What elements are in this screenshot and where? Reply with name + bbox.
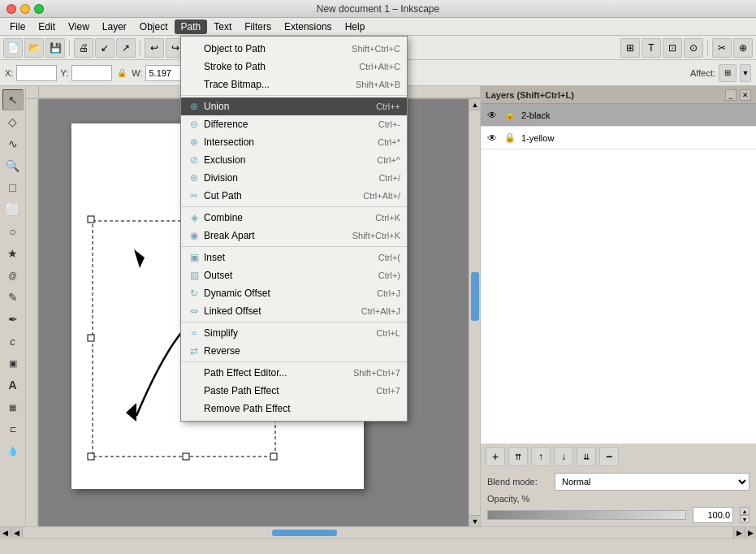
menu-item-break-apart[interactable]: ◉ Break Apart Shift+Ctrl+K: [181, 227, 407, 245]
layer-eye-2black[interactable]: 👁: [486, 109, 499, 122]
tool-spiral[interactable]: @: [2, 265, 24, 286]
path-dropdown-menu[interactable]: Object to Path Shift+Ctrl+C Stroke to Pa…: [180, 36, 408, 422]
tool-star[interactable]: ★: [2, 243, 24, 264]
tool-3dbox[interactable]: ⬜: [2, 199, 24, 220]
layer-move-bottom-btn[interactable]: ⇊: [577, 447, 596, 466]
layer-remove-btn[interactable]: −: [599, 447, 619, 466]
menu-item-trace-bitmap[interactable]: Trace Bitmap... Shift+Alt+B: [181, 76, 407, 93]
menu-item-remove-path-effect[interactable]: Remove Path Effect: [181, 400, 407, 418]
menu-text[interactable]: Text: [207, 19, 238, 34]
menu-path[interactable]: Path: [175, 19, 208, 34]
affect-btn[interactable]: ⊞: [719, 64, 737, 82]
affect-dropdown[interactable]: ▼: [740, 64, 751, 82]
transform-btn[interactable]: ⊡: [663, 38, 682, 58]
copy-btn[interactable]: ⊕: [733, 38, 753, 58]
lock-proportions-btn[interactable]: 🔒: [115, 67, 128, 80]
menu-item-division[interactable]: ⊛ Division Ctrl+/: [181, 169, 407, 187]
menu-item-paste-path-effect[interactable]: Paste Path Effect Ctrl+7: [181, 382, 407, 400]
hscroll-left-btn[interactable]: ◀: [0, 527, 11, 539]
hscroll-right2-btn[interactable]: ▶: [745, 527, 756, 539]
opacity-up-btn[interactable]: ▲: [740, 507, 750, 515]
x-input[interactable]: [16, 65, 57, 81]
menu-item-intersection[interactable]: ⊗ Intersection Ctrl+*: [181, 133, 407, 151]
menu-item-union[interactable]: ⊕ Union Ctrl++: [181, 97, 407, 115]
layer-item-1yellow[interactable]: 👁 🔒 1-yellow: [481, 127, 756, 149]
close-button[interactable]: [6, 4, 16, 14]
distribute-btn[interactable]: T: [642, 38, 661, 58]
break-apart-icon: ◉: [188, 229, 201, 242]
menu-item-object-to-path[interactable]: Object to Path Shift+Ctrl+C: [181, 40, 407, 58]
new-btn[interactable]: 📄: [3, 38, 23, 58]
hscroll-thumb[interactable]: [272, 530, 337, 536]
vscroll-up-btn[interactable]: ▲: [469, 99, 481, 110]
tool-rect[interactable]: □: [2, 177, 24, 198]
menu-item-inset[interactable]: ▣ Inset Ctrl+(: [181, 249, 407, 266]
tool-node[interactable]: ◇: [2, 111, 24, 132]
menu-extensions[interactable]: Extensions: [278, 19, 339, 34]
menu-item-cut-path[interactable]: ✂ Cut Path Ctrl+Alt+/: [181, 187, 407, 205]
menu-object[interactable]: Object: [133, 19, 175, 34]
menu-item-path-effect-editor[interactable]: Path Effect Editor... Shift+Ctrl+7: [181, 364, 407, 382]
menu-file[interactable]: File: [3, 19, 32, 34]
menu-item-dynamic-offset[interactable]: ↻ Dynamic Offset Ctrl+J: [181, 284, 407, 302]
cut-btn[interactable]: ✂: [712, 38, 732, 58]
panel-close-btn[interactable]: ✕: [740, 89, 751, 101]
layer-add-btn[interactable]: +: [486, 447, 505, 466]
tool-circle[interactable]: ○: [2, 221, 24, 242]
tool-calligraphy[interactable]: c: [2, 331, 24, 352]
menu-edit[interactable]: Edit: [32, 19, 62, 34]
import-btn[interactable]: ↙: [95, 38, 114, 58]
menu-item-simplify[interactable]: ≈ Simplify Ctrl+L: [181, 324, 407, 342]
minimize-button[interactable]: [20, 4, 30, 14]
vscroll-track[interactable]: [469, 110, 480, 515]
tool-tweak[interactable]: ∿: [2, 133, 24, 154]
xml-btn[interactable]: ⊙: [684, 38, 703, 58]
layer-move-down-btn[interactable]: ↓: [554, 447, 573, 466]
tool-bucket[interactable]: ▣: [2, 353, 24, 374]
menu-item-outset[interactable]: ▥ Outset Ctrl+): [181, 266, 407, 284]
vscrollbar[interactable]: ▲ ▼: [469, 99, 480, 526]
blend-mode-select[interactable]: Normal Multiply Screen Overlay Darken Li…: [555, 473, 750, 491]
y-input[interactable]: [71, 65, 112, 81]
menu-item-reverse[interactable]: ⇄ Reverse: [181, 342, 407, 360]
menu-filters[interactable]: Filters: [238, 19, 278, 34]
export-btn[interactable]: ↗: [116, 38, 136, 58]
vscroll-thumb[interactable]: [471, 272, 479, 321]
tool-gradient[interactable]: ▦: [2, 396, 24, 418]
opacity-down-btn[interactable]: ▼: [740, 515, 750, 523]
tool-connector[interactable]: ⊏: [2, 418, 24, 439]
menu-help[interactable]: Help: [339, 19, 372, 34]
opacity-input[interactable]: 100.0: [693, 507, 733, 523]
tool-selector[interactable]: ↖: [2, 89, 24, 110]
menu-layer[interactable]: Layer: [96, 19, 133, 34]
align-btn[interactable]: ⊞: [620, 38, 640, 58]
tool-zoom[interactable]: 🔍: [2, 155, 24, 176]
maximize-button[interactable]: [34, 4, 44, 14]
tool-dropper[interactable]: 💧: [2, 440, 24, 461]
menu-item-exclusion[interactable]: ⊘ Exclusion Ctrl+^: [181, 151, 407, 169]
menu-item-stroke-to-path[interactable]: Stroke to Path Ctrl+Alt+C: [181, 58, 407, 76]
layer-item-2black[interactable]: 👁 🔒 2-black: [481, 104, 756, 127]
menu-item-combine[interactable]: ◈ Combine Ctrl+K: [181, 209, 407, 227]
panel-minimize-btn[interactable]: _: [725, 89, 737, 101]
menu-item-linked-offset[interactable]: ⇔ Linked Offset Ctrl+Alt+J: [181, 302, 407, 320]
menu-item-difference[interactable]: ⊖ Difference Ctrl+-: [181, 115, 407, 133]
tool-pencil[interactable]: ✎: [2, 287, 24, 308]
layer-move-top-btn[interactable]: ⇈: [508, 447, 528, 466]
hscroll-right-btn[interactable]: ▶: [733, 527, 745, 539]
print-btn[interactable]: 🖨: [74, 38, 93, 58]
layer-eye-1yellow[interactable]: 👁: [486, 132, 499, 145]
opacity-slider[interactable]: [487, 510, 686, 520]
hscroll-track[interactable]: [24, 529, 732, 537]
hscroll-left2-btn[interactable]: ◀: [11, 527, 23, 539]
tool-text[interactable]: A: [2, 374, 24, 396]
menu-view[interactable]: View: [62, 19, 96, 34]
layer-lock-1yellow[interactable]: 🔒: [503, 132, 516, 145]
tool-pen[interactable]: ✒: [2, 309, 24, 330]
undo-btn[interactable]: ↩: [145, 38, 164, 58]
open-btn[interactable]: 📂: [24, 38, 44, 58]
vscroll-down-btn[interactable]: ▼: [469, 515, 481, 526]
layer-lock-2black[interactable]: 🔒: [503, 109, 516, 122]
save-btn[interactable]: 💾: [45, 38, 65, 58]
layer-move-up-btn[interactable]: ↑: [531, 447, 551, 466]
